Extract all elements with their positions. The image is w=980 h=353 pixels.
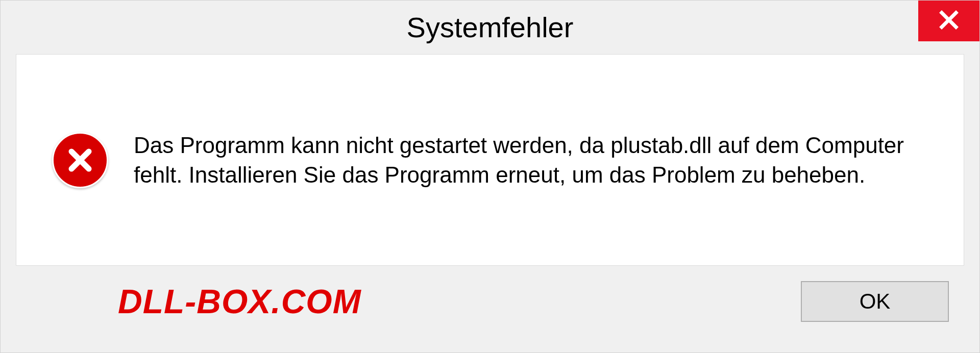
- dialog-footer: DLL-BOX.COM OK: [16, 266, 964, 337]
- dialog-title: Systemfehler: [407, 11, 574, 44]
- titlebar: Systemfehler: [1, 1, 979, 54]
- content-box: Das Programm kann nicht gestartet werden…: [16, 54, 964, 266]
- error-message: Das Programm kann nicht gestartet werden…: [134, 131, 928, 189]
- error-icon-wrapper: [52, 132, 108, 188]
- error-dialog: Systemfehler Das Programm kann nicht g: [0, 0, 980, 353]
- close-button[interactable]: [918, 1, 979, 41]
- ok-button[interactable]: OK: [801, 281, 949, 322]
- error-icon: [52, 132, 108, 188]
- watermark-text: DLL-BOX.COM: [118, 282, 361, 321]
- content-wrapper: Das Programm kann nicht gestartet werden…: [1, 54, 979, 352]
- close-icon: [939, 10, 959, 32]
